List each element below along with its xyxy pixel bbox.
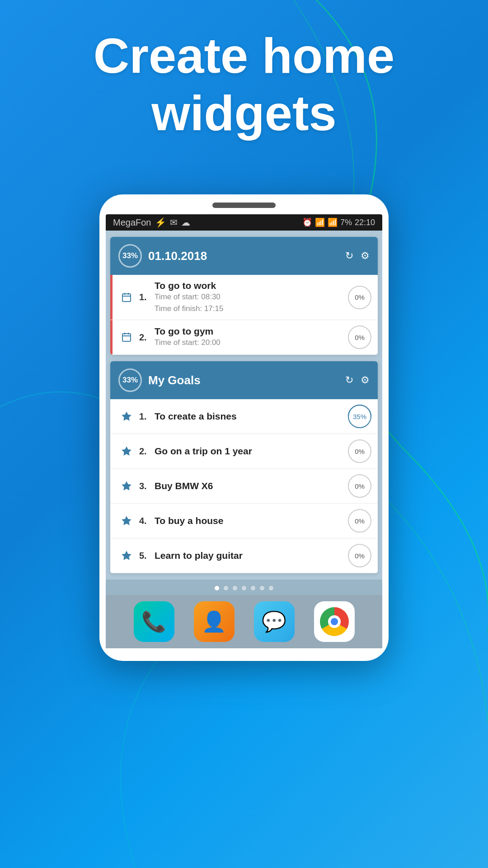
- goals-refresh-icon[interactable]: ↻: [345, 374, 353, 386]
- svg-rect-0: [122, 294, 131, 302]
- goal-row: 5. Learn to play guitar 0%: [110, 538, 378, 573]
- usb-icon: ⚡: [155, 217, 166, 228]
- cloud-icon: ☁: [181, 217, 190, 228]
- svg-marker-8: [122, 411, 131, 421]
- task-row: 2. To go to gym Time of start: 20:00 0%: [110, 320, 378, 355]
- goals-widget-title: My Goals: [148, 373, 339, 387]
- goal-title: To create a bisnes: [155, 411, 348, 422]
- task-accent-bar: [110, 275, 113, 320]
- goal-content: Go on a trip on 1 year: [155, 446, 348, 457]
- task-row: 1. To go to work Time of start: 08:30 Ti…: [110, 275, 378, 320]
- task-content: To go to work Time of start: 08:30 Time …: [155, 280, 348, 314]
- goal-number: 3.: [139, 481, 150, 491]
- goal-title: Buy BMW X6: [155, 481, 348, 491]
- star-icon: [118, 408, 135, 425]
- tasks-settings-icon[interactable]: ⚙: [361, 250, 370, 262]
- task-subtitle1: Time of start: 08:30: [155, 291, 348, 303]
- task-subtitle2: Time of finish: 17:15: [155, 303, 348, 315]
- tasks-widget-icons: ↻ ⚙: [345, 250, 370, 262]
- svg-marker-10: [122, 481, 131, 491]
- dot-7[interactable]: [269, 586, 273, 590]
- task-accent-bar: [110, 320, 113, 354]
- mail-icon: ✉: [170, 217, 178, 228]
- goal-progress: 0%: [348, 509, 371, 533]
- goal-progress: 0%: [348, 544, 371, 567]
- goal-row: 2. Go on a trip on 1 year 0%: [110, 434, 378, 469]
- hero-line2: widgets: [27, 85, 461, 142]
- dot-1[interactable]: [215, 586, 219, 590]
- tasks-refresh-icon[interactable]: ↻: [345, 250, 353, 262]
- phone-screen: 33% 01.10.2018 ↻ ⚙ 1. To go to work Time…: [106, 231, 382, 648]
- goal-row: 1. To create a bisnes 35%: [110, 399, 378, 434]
- dot-6[interactable]: [260, 586, 264, 590]
- goal-number: 1.: [139, 411, 150, 422]
- star-icon: [118, 513, 135, 529]
- task-title: To go to work: [155, 280, 348, 291]
- chrome-icon: [320, 607, 349, 636]
- svg-marker-11: [122, 516, 131, 525]
- tasks-widget-title: 01.10.2018: [148, 249, 339, 263]
- signal-icon: 📶: [328, 217, 338, 227]
- messages-app-icon[interactable]: 💬: [254, 601, 295, 642]
- goal-number: 2.: [139, 446, 150, 457]
- goal-row: 4. To buy a house 0%: [110, 504, 378, 538]
- goal-progress: 0%: [348, 474, 371, 498]
- goal-number: 5.: [139, 551, 150, 561]
- star-icon: [118, 443, 135, 459]
- goal-number: 4.: [139, 516, 150, 526]
- task-content: To go to gym Time of start: 20:00: [155, 326, 348, 349]
- contacts-app-icon[interactable]: 👤: [194, 601, 235, 642]
- goal-title: To buy a house: [155, 515, 348, 526]
- goals-widget: 33% My Goals ↻ ⚙ 1. To create a bisnes: [110, 361, 378, 573]
- task-number: 1.: [139, 292, 150, 302]
- svg-marker-12: [122, 551, 131, 560]
- goal-progress: 0%: [348, 439, 371, 463]
- tasks-widget: 33% 01.10.2018 ↻ ⚙ 1. To go to work Time…: [110, 237, 378, 355]
- carrier-label: MegaFon: [113, 217, 151, 228]
- calendar-icon: [118, 289, 135, 306]
- alarm-icon: ⏰: [302, 217, 312, 227]
- battery-level: 7%: [340, 218, 352, 227]
- page-dots: [106, 580, 382, 595]
- wifi-icon: 📶: [315, 217, 325, 227]
- dot-2[interactable]: [224, 586, 228, 590]
- hero-line1: Create home: [27, 27, 461, 85]
- dot-4[interactable]: [242, 586, 246, 590]
- status-right: ⏰ 📶 📶 7% 22:10: [302, 217, 375, 227]
- goals-progress-circle: 33%: [118, 368, 142, 392]
- task-number: 2.: [139, 332, 150, 343]
- goal-title: Go on a trip on 1 year: [155, 446, 348, 457]
- dot-5[interactable]: [251, 586, 255, 590]
- task-progress: 0%: [348, 286, 371, 309]
- svg-marker-9: [122, 446, 131, 456]
- goal-title: Learn to play guitar: [155, 550, 348, 561]
- time-label: 22:10: [355, 218, 375, 227]
- tasks-widget-header: 33% 01.10.2018 ↻ ⚙: [110, 237, 378, 275]
- goal-content: To create a bisnes: [155, 411, 348, 422]
- chrome-app-icon[interactable]: [314, 601, 355, 642]
- goal-row: 3. Buy BMW X6 0%: [110, 469, 378, 504]
- star-icon: [118, 547, 135, 564]
- task-title: To go to gym: [155, 326, 348, 337]
- status-left: MegaFon ⚡ ✉ ☁: [113, 217, 190, 228]
- goal-progress: 35%: [348, 405, 371, 428]
- goal-content: Learn to play guitar: [155, 550, 348, 561]
- star-icon: [118, 478, 135, 494]
- status-bar: MegaFon ⚡ ✉ ☁ ⏰ 📶 📶 7% 22:10: [106, 214, 382, 231]
- calendar-icon: [118, 329, 135, 345]
- task-progress: 0%: [348, 326, 371, 349]
- goal-content: Buy BMW X6: [155, 481, 348, 491]
- tasks-progress-circle: 33%: [118, 244, 142, 268]
- goal-content: To buy a house: [155, 515, 348, 526]
- task-subtitle1: Time of start: 20:00: [155, 337, 348, 349]
- phone-notch: [212, 203, 276, 208]
- goals-settings-icon[interactable]: ⚙: [361, 374, 370, 386]
- bottom-dock: 📞 👤 💬: [106, 595, 382, 648]
- hero-text: Create home widgets: [0, 27, 488, 142]
- dot-3[interactable]: [233, 586, 237, 590]
- phone-app-icon[interactable]: 📞: [134, 601, 174, 642]
- chrome-inner: [328, 615, 341, 628]
- goals-widget-icons: ↻ ⚙: [345, 374, 370, 386]
- svg-rect-4: [122, 334, 131, 341]
- phone-mockup: MegaFon ⚡ ✉ ☁ ⏰ 📶 📶 7% 22:10 33% 01.10.2…: [99, 194, 389, 661]
